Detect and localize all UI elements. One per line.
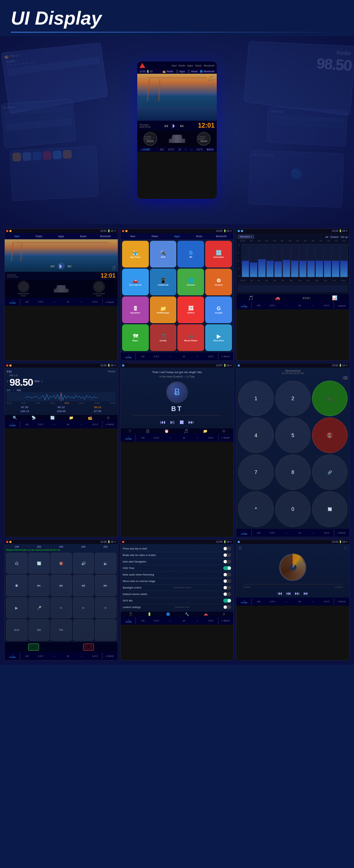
back-button2[interactable]: ↩ BACK: [219, 355, 232, 358]
home-button[interactable]: ⌂HOME: [6, 300, 19, 304]
app-control[interactable]: ⚙Control: [205, 269, 232, 295]
nav-minus[interactable]: —: [48, 301, 61, 303]
eq-all[interactable]: All: [325, 236, 328, 238]
dial-4[interactable]: 4: [238, 418, 273, 453]
dial-5[interactable]: 5: [275, 418, 311, 453]
app-maps[interactable]: 🗺Maps: [122, 324, 149, 351]
nav-plus7[interactable]: +: [75, 655, 88, 657]
bt-stop[interactable]: ⏹: [179, 419, 185, 426]
sw-btn-k3[interactable]: K: [95, 597, 116, 619]
app-playstore[interactable]: ▶Play Store: [205, 324, 232, 351]
sw-btn-rew2[interactable]: ⏮: [73, 575, 94, 596]
app-carbitlink[interactable]: 📱CarbitLink: [150, 269, 177, 295]
back-button4[interactable]: ↩ BACK: [103, 423, 116, 426]
nav-plus9[interactable]: +: [307, 600, 320, 603]
eq-preset[interactable]: Standard ∨: [238, 235, 254, 239]
nav-minus6[interactable]: —: [280, 532, 293, 534]
app-calculator[interactable]: 🔢Calculator: [205, 241, 232, 268]
nav-minus2[interactable]: —: [164, 355, 177, 358]
app-appstore[interactable]: 🏪App Store: [122, 241, 149, 268]
app-mocify[interactable]: 🎵mocify: [150, 324, 177, 351]
sw-btn-rew[interactable]: ⏮: [51, 575, 72, 596]
nav-minus4[interactable]: —: [48, 423, 61, 426]
app-google[interactable]: GGoogle: [205, 296, 232, 323]
sw-btn-am[interactable]: AM: [29, 619, 50, 641]
home-button6[interactable]: ⌂HOME: [238, 531, 251, 535]
tab-apps[interactable]: Apps: [51, 234, 72, 238]
back-button7[interactable]: ↩ BACK: [103, 655, 116, 657]
home-button8[interactable]: ⌂HOME: [122, 619, 135, 623]
preset-1[interactable]: 87.50: [7, 406, 43, 409]
nav-plus2[interactable]: +: [191, 355, 204, 358]
home-button2[interactable]: ⌂HOME: [122, 354, 135, 359]
radio-next[interactable]: ›: [41, 379, 42, 383]
tab-apps2[interactable]: Apps: [166, 234, 187, 238]
tab-music2[interactable]: Music: [189, 234, 210, 238]
tab-navi[interactable]: Navi: [6, 234, 27, 238]
nav-plus3[interactable]: +: [307, 304, 320, 307]
dial-1[interactable]: 1: [238, 381, 273, 416]
dial-call[interactable]: 📞: [312, 381, 347, 416]
preset-2[interactable]: 90.10: [43, 406, 79, 409]
music-rew2[interactable]: ⏮: [286, 590, 291, 596]
sw-btn-fwd[interactable]: ⏭: [29, 575, 50, 596]
nav-minus5[interactable]: —: [164, 437, 177, 439]
dial-refresh[interactable]: 🔄: [312, 491, 347, 527]
bt-rew[interactable]: ⏮: [160, 419, 166, 426]
tab-radio[interactable]: Radio: [28, 234, 49, 238]
music-fwd[interactable]: ⏭: [295, 590, 300, 596]
back-button5[interactable]: ↩ BACK: [219, 436, 232, 439]
music-rew[interactable]: ⏮: [277, 590, 282, 596]
sw-btn-aux[interactable]: AUX: [6, 619, 27, 641]
home-button3[interactable]: ⌂HOME: [238, 303, 251, 308]
tab-bluetooth[interactable]: Bluetooth: [95, 234, 116, 238]
back-button3[interactable]: ↩ BACK: [335, 304, 348, 307]
sw-btn-play[interactable]: ▶: [6, 597, 27, 619]
nav-plus8[interactable]: +: [191, 620, 204, 622]
app-gallery[interactable]: 🖼Gallery: [177, 296, 204, 323]
sw-cancel[interactable]: ✗: [83, 643, 94, 651]
nav-plus[interactable]: +: [75, 301, 88, 303]
app-carlink[interactable]: 🚗Car Link 2.0: [122, 269, 149, 295]
sw-btn-k1[interactable]: K: [51, 597, 72, 619]
back-button9[interactable]: ↩ BACK: [335, 600, 348, 603]
sw-btn-fwd2[interactable]: ⏭: [95, 575, 116, 596]
dial-link[interactable]: 🔗: [312, 454, 347, 490]
tab-radio2[interactable]: Radio: [144, 234, 165, 238]
dial-7[interactable]: 7: [238, 454, 273, 490]
sw-btn-mic[interactable]: 🎤: [29, 597, 50, 619]
app-equalizer[interactable]: 🎛Equalizer: [122, 296, 149, 323]
sw-confirm[interactable]: ✓: [28, 643, 39, 651]
app-aux[interactable]: 🔌AUX: [150, 241, 177, 268]
tab-navi2[interactable]: Navi: [122, 234, 143, 238]
sw-btn-k2[interactable]: K: [73, 597, 94, 619]
dial-8[interactable]: 8: [275, 454, 311, 490]
dial-2[interactable]: 2: [275, 381, 311, 416]
bt-playpause[interactable]: ⏯: [169, 419, 175, 426]
home-button9[interactable]: ⌂HOME: [238, 599, 251, 604]
home-button5[interactable]: ⌂HOME: [122, 436, 135, 440]
music-fwd2[interactable]: ⏭: [303, 590, 308, 596]
app-filemanager[interactable]: 📁FileManager: [150, 296, 177, 323]
dial-backspace[interactable]: ⌫: [238, 376, 347, 380]
eq-setup[interactable]: Set up: [341, 236, 348, 238]
nav-minus9[interactable]: —: [280, 600, 293, 603]
sw-btn-volup[interactable]: 🔊: [73, 553, 94, 574]
tab-music[interactable]: Music: [73, 234, 94, 238]
nav-minus8[interactable]: —: [164, 620, 177, 622]
dial-hangup[interactable]: 📵: [312, 418, 347, 453]
eq-default[interactable]: Default: [331, 236, 338, 238]
app-bt[interactable]: BBT: [177, 241, 204, 268]
radio-prev[interactable]: ‹: [7, 379, 8, 383]
sw-btn-voldown[interactable]: 🔉: [95, 553, 116, 574]
home-button7[interactable]: ⌂HOME: [6, 654, 19, 658]
nav-plus5[interactable]: +: [191, 437, 204, 439]
preset-6[interactable]: 87.50: [80, 410, 116, 413]
app-chrome[interactable]: 🌐Chrome: [177, 269, 204, 295]
nav-minus7[interactable]: —: [48, 655, 61, 657]
back-button6[interactable]: ↩ BACK: [335, 531, 348, 534]
preset-3[interactable]: 98.10: [80, 406, 116, 409]
home-button4[interactable]: ⌂HOME: [6, 422, 19, 427]
sw-btn-rec[interactable]: ⏺: [6, 575, 27, 596]
sw-btn-mode[interactable]: 🔄: [29, 553, 50, 574]
